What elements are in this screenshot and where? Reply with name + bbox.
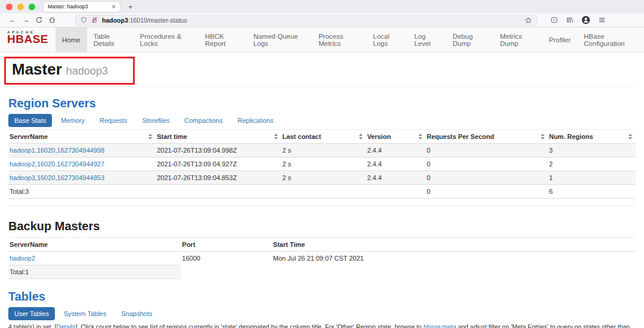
tab-compactions[interactable]: Compactions xyxy=(178,114,228,127)
nav-item-process-metrics[interactable]: Process Metrics xyxy=(312,27,366,52)
details-link[interactable]: Details xyxy=(57,323,76,328)
tab-replications[interactable]: Replications xyxy=(231,114,279,127)
pocket-icon[interactable] xyxy=(550,16,558,24)
url-text: hadoop3:16010/master-status xyxy=(102,17,525,24)
col-start-time: Start Time xyxy=(272,238,636,252)
nav-item-procedures-locks[interactable]: Procedures & Locks xyxy=(134,27,199,52)
bookmark-star-icon[interactable] xyxy=(525,17,532,24)
cell-rps: 0 xyxy=(426,144,548,157)
nav-item-named-queue-logs[interactable]: Named Queue Logs xyxy=(247,27,312,52)
cell-total: Total:1 xyxy=(8,265,181,279)
nav-item-hbck-report[interactable]: HBCK Report xyxy=(199,27,247,52)
nav-item-home[interactable]: Home xyxy=(55,27,87,52)
close-window-button[interactable] xyxy=(6,4,13,10)
minimize-window-button[interactable] xyxy=(17,4,24,10)
library-icon[interactable] xyxy=(566,16,574,24)
home-icon[interactable] xyxy=(45,16,58,24)
tab-close-icon[interactable]: × xyxy=(112,4,116,10)
tab-system-tables[interactable]: System Tables xyxy=(58,307,112,320)
hbase-navbar: APACHE HBASE Home Table Details Procedur… xyxy=(0,27,644,52)
cell-port: 16000 xyxy=(181,252,272,265)
sort-icon[interactable] xyxy=(419,134,423,140)
col-label: Version xyxy=(367,133,391,140)
new-tab-icon[interactable]: + xyxy=(128,2,133,11)
cell-version: 2.4.4 xyxy=(366,144,426,157)
region-servers-table: ServerName Start time Last contact Versi… xyxy=(8,129,636,199)
table-header-row: ServerName Start time Last contact Versi… xyxy=(8,130,636,144)
cell-total: Total:3 xyxy=(8,185,156,199)
cell-start-time: 2021-07-26T13:09:04.998Z xyxy=(156,144,281,157)
nav-item-metrics-dump[interactable]: Metrics Dump xyxy=(493,27,542,52)
table-total-row: Total:1 xyxy=(8,265,636,279)
tables-tabs: User Tables System Tables Snapshots xyxy=(8,307,636,320)
url-bar[interactable]: hadoop3:16010/master-status xyxy=(75,15,537,26)
tab-storefiles[interactable]: Storefiles xyxy=(136,114,175,127)
col-version: Version xyxy=(366,130,426,144)
region-servers-tabs: Base Stats Memory Requests Storefiles Co… xyxy=(8,114,636,127)
toolbar-extensions xyxy=(550,16,606,24)
cell-start-time: 2021-07-26T13:09:04.927Z xyxy=(156,157,281,171)
page-title: Masterhadoop3 xyxy=(12,60,108,79)
sort-icon[interactable] xyxy=(541,134,545,140)
browser-tab[interactable]: Master: hadoop3 × xyxy=(44,2,120,12)
backup-master-link[interactable]: hadoop2 xyxy=(10,255,35,262)
shield-icon[interactable] xyxy=(80,17,87,23)
browser-window: Master: hadoop3 × + ← → xyxy=(0,0,644,328)
nav-item-log-level[interactable]: Log Level xyxy=(408,27,446,52)
backup-masters-table: ServerName Port Start Time hadoop2 16000… xyxy=(8,237,636,279)
cell-version: 2.4.4 xyxy=(366,157,426,171)
tab-memory[interactable]: Memory xyxy=(55,114,91,127)
nav-item-profiler[interactable]: Profiler xyxy=(543,27,577,52)
menu-icon[interactable] xyxy=(598,16,606,24)
cell-last-contact: 2 s xyxy=(281,157,366,171)
regionserver-link[interactable]: hadoop2,16020,1627304944927 xyxy=(10,160,104,168)
nav-item-hbase-configuration[interactable]: HBase Configuration xyxy=(577,27,644,52)
regionserver-link[interactable]: hadoop1,16020,1627304944998 xyxy=(10,147,104,154)
sort-icon[interactable] xyxy=(628,134,633,140)
table-row: hadoop2,16020,1627304944927 2021-07-26T1… xyxy=(8,157,636,171)
master-hostname: hadoop3 xyxy=(66,65,108,77)
col-port: Port xyxy=(181,238,272,252)
tab-snapshots[interactable]: Snapshots xyxy=(115,307,158,320)
sort-icon[interactable] xyxy=(359,134,363,140)
cell-start-time: 2021-07-26T13:09:04.853Z xyxy=(156,171,281,185)
account-icon[interactable] xyxy=(581,16,590,24)
back-icon[interactable]: ← xyxy=(6,16,19,24)
browser-toolbar: ← → hadoop3 xyxy=(0,13,644,27)
tab-user-tables[interactable]: User Tables xyxy=(8,307,55,320)
tables-heading: Tables xyxy=(8,290,636,304)
sort-icon[interactable] xyxy=(274,134,278,140)
table-row: hadoop1,16020,1627304944998 2021-07-26T1… xyxy=(8,144,636,157)
col-servername: ServerName xyxy=(8,130,156,144)
url-host: hadoop3 xyxy=(102,17,128,24)
insecure-lock-icon[interactable] xyxy=(91,17,98,23)
cell-rps: 0 xyxy=(426,171,548,185)
regionserver-link[interactable]: hadoop3,16020,1627304944853 xyxy=(10,174,104,181)
col-servername: ServerName xyxy=(8,238,181,252)
tab-requests[interactable]: Requests xyxy=(94,114,133,127)
zoom-window-button[interactable] xyxy=(29,4,35,10)
forward-icon[interactable]: → xyxy=(19,16,32,24)
reload-icon[interactable] xyxy=(32,16,45,24)
cell-rps: 0 xyxy=(426,157,548,171)
col-label: Start time xyxy=(157,133,187,140)
url-path: :16010/master-status xyxy=(128,17,187,24)
desc-text: ]. Click count below to see list of regi… xyxy=(76,323,423,328)
cell-last-contact: 2 s xyxy=(281,171,366,185)
cell-last-contact: 2 s xyxy=(281,144,366,157)
hbase-logo: APACHE HBASE xyxy=(0,27,53,52)
col-num-regions: Num. Regions xyxy=(548,130,636,144)
cell-regions: 3 xyxy=(548,144,636,157)
hbase-meta-link[interactable]: hbase:meta xyxy=(423,323,456,328)
sort-icon[interactable] xyxy=(148,134,153,140)
nav-item-debug-dump[interactable]: Debug Dump xyxy=(446,27,493,52)
browser-tab-bar: Master: hadoop3 × + xyxy=(0,0,644,13)
nav-item-local-logs[interactable]: Local Logs xyxy=(367,27,408,52)
tab-base-stats[interactable]: Base Stats xyxy=(8,114,52,127)
table-total-row: Total:3 0 6 xyxy=(8,185,636,199)
logo-hbase-text: HBASE xyxy=(7,34,48,45)
master-title: Master xyxy=(12,60,62,78)
backup-masters-heading: Backup Masters xyxy=(8,219,636,233)
annotation-box: Masterhadoop3 xyxy=(4,57,135,85)
nav-item-table-details[interactable]: Table Details xyxy=(87,27,134,52)
